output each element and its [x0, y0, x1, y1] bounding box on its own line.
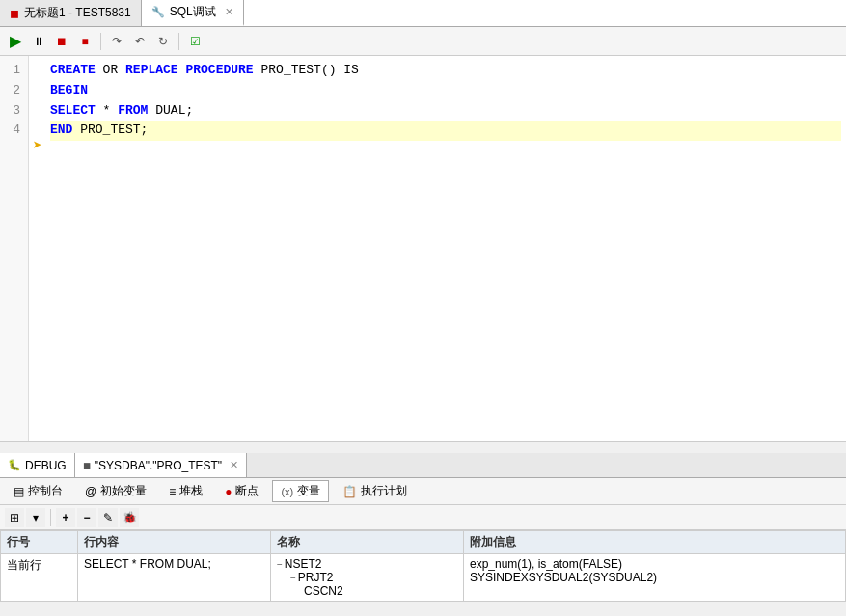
tab-untitled-label: 无标题1 - TEST5831 — [24, 5, 131, 21]
stack-icon: ≡ — [169, 485, 176, 498]
debug-table-container: 行号 行内容 名称 附加信息 当前行 SELECT * FROM DUAL; −… — [0, 530, 846, 616]
debug-sep — [50, 509, 51, 526]
pause-button[interactable]: ⏸ — [28, 31, 49, 52]
line-num-2: 2 — [5, 81, 20, 101]
debug-procedure-close[interactable]: ✕ — [230, 459, 238, 471]
console-label: 控制台 — [28, 483, 63, 499]
cell-extra: exp_num(1), is_atom(FALSE) SYSINDEXSYSDU… — [464, 554, 846, 602]
tab-sqldebug[interactable]: 🔧 SQL调试 ✕ — [142, 0, 244, 26]
debug-panel: 🐛 DEBUG ◼ "SYSDBA"."PRO_TEST" ✕ ▤ 控制台 @ … — [0, 453, 846, 616]
expand-prjt2[interactable]: − — [290, 573, 296, 583]
view-btn[interactable]: ⊞ — [5, 508, 24, 527]
table-row: 当前行 SELECT * FROM DUAL; − NSET2 − PRJT2 — [1, 554, 846, 602]
stack-label: 堆栈 — [179, 483, 203, 499]
debug-procedure-tab[interactable]: ◼ "SYSDBA"."PRO_TEST" ✕ — [75, 453, 247, 477]
debug-toolbar-row: ⊞ ▾ + − ✎ 🐞 — [0, 505, 846, 530]
cell-name-tree: − NSET2 − PRJT2 CSCN2 — [271, 554, 464, 602]
editor-toolbar: ▶ ⏸ ⏹ ■ ↷ ↶ ↻ ☑ — [0, 27, 846, 56]
step-out-button[interactable]: ↶ — [129, 31, 150, 52]
tab-untitled[interactable]: ◼ 无标题1 - TEST5831 — [0, 0, 142, 26]
tab-initvar[interactable]: @ 初始变量 — [76, 480, 155, 502]
stop-button[interactable]: ⏹ — [51, 31, 72, 52]
col-rownum: 行号 — [1, 531, 78, 554]
code-line-3: SELECT * FROM DUAL; — [50, 101, 841, 121]
tab-untitled-icon: ◼ — [10, 7, 19, 20]
initvar-label: 初始变量 — [100, 483, 147, 499]
vars-label: 变量 — [297, 483, 320, 499]
initvar-icon: @ — [85, 485, 96, 498]
breakpoints-icon: ● — [225, 485, 232, 498]
step-into-button[interactable]: ↷ — [106, 31, 127, 52]
vars-icon: (x) — [281, 486, 293, 497]
node-label-nset2: NSET2 — [285, 557, 322, 571]
step-over-button[interactable]: ↻ — [152, 31, 174, 52]
line-numbers: 1 2 3 4 — [0, 56, 29, 441]
col-name: 名称 — [271, 531, 464, 554]
console-icon: ▤ — [14, 485, 24, 498]
line-num-4: 4 — [5, 121, 20, 141]
run-button[interactable]: ▶ — [5, 31, 26, 52]
debug-procedure-icon: ◼ — [83, 460, 91, 470]
toolbar-sep-1 — [100, 33, 101, 50]
code-area[interactable]: ➤ CREATE OR REPLACE PROCEDURE PRO_TEST()… — [29, 56, 846, 441]
tab-sqldebug-icon: 🔧 — [151, 6, 165, 18]
code-editor: 1 2 3 4 ➤ CREATE OR REPLACE PROCEDURE PR… — [0, 56, 846, 442]
tab-vars[interactable]: (x) 变量 — [272, 480, 329, 502]
debug-procedure-label: "SYSDBA"."PRO_TEST" — [95, 459, 222, 472]
tree-node-cscn2: CSCN2 — [277, 584, 457, 598]
line-num-1: 1 — [5, 61, 20, 81]
node-label-prjt2: PRJT2 — [298, 571, 334, 584]
code-line-2: BEGIN — [50, 81, 841, 101]
cell-content: SELECT * FROM DUAL; — [78, 554, 271, 602]
view-dropdown-btn[interactable]: ▾ — [26, 508, 45, 527]
code-line-4: END PRO_TEST; — [50, 121, 841, 141]
tab-sqldebug-close[interactable]: ✕ — [225, 6, 233, 18]
editor-scrollbar-h[interactable] — [0, 442, 846, 453]
toolbar-sep-2 — [178, 33, 179, 50]
node-label-cscn2: CSCN2 — [304, 584, 343, 598]
execplan-label: 执行计划 — [361, 483, 407, 499]
tab-execplan[interactable]: 📋 执行计划 — [334, 480, 416, 502]
tree-node-prjt2: − PRJT2 — [277, 571, 457, 584]
debug-icon: 🐛 — [8, 459, 21, 471]
edit-var-btn[interactable]: ✎ — [98, 508, 118, 527]
col-content: 行内容 — [78, 531, 271, 554]
debug-table: 行号 行内容 名称 附加信息 当前行 SELECT * FROM DUAL; −… — [0, 530, 846, 602]
tab-sqldebug-label: SQL调试 — [170, 4, 216, 20]
tab-breakpoints[interactable]: ● 断点 — [216, 480, 267, 502]
code-line-1: CREATE OR REPLACE PROCEDURE PRO_TEST() I… — [50, 61, 841, 81]
title-bar: ◼ 无标题1 - TEST5831 🔧 SQL调试 ✕ — [0, 0, 846, 27]
breakpoints-label: 断点 — [235, 483, 259, 499]
tab-console[interactable]: ▤ 控制台 — [5, 480, 71, 502]
remove-var-btn[interactable]: − — [77, 508, 96, 527]
tree-node-nset2: − NSET2 — [277, 557, 457, 571]
execplan-icon: 📋 — [342, 485, 357, 498]
check-button[interactable]: ☑ — [184, 31, 205, 52]
col-extra: 附加信息 — [464, 531, 846, 554]
debug-tab-main[interactable]: 🐛 DEBUG — [0, 453, 75, 477]
line-num-3: 3 — [5, 101, 20, 121]
expand-nset2[interactable]: − — [277, 559, 283, 570]
cell-rownum: 当前行 — [1, 554, 78, 602]
execution-arrow: ➤ — [33, 135, 42, 160]
debug-extra-btn[interactable]: 🐞 — [120, 508, 139, 527]
extra-cscn2: SYSINDEXSYSDUAL2(SYSDUAL2) — [470, 571, 839, 584]
add-var-btn[interactable]: + — [56, 508, 75, 527]
debug-tabs-bar: ▤ 控制台 @ 初始变量 ≡ 堆栈 ● 断点 (x) 变量 📋 执行计划 — [0, 478, 846, 505]
extra-prjt2: exp_num(1), is_atom(FALSE) — [470, 557, 839, 571]
debug-tab-label: DEBUG — [25, 459, 67, 472]
terminate-button[interactable]: ■ — [74, 31, 96, 52]
debug-title-bar: 🐛 DEBUG ◼ "SYSDBA"."PRO_TEST" ✕ — [0, 453, 846, 478]
tab-stack[interactable]: ≡ 堆栈 — [160, 480, 211, 502]
